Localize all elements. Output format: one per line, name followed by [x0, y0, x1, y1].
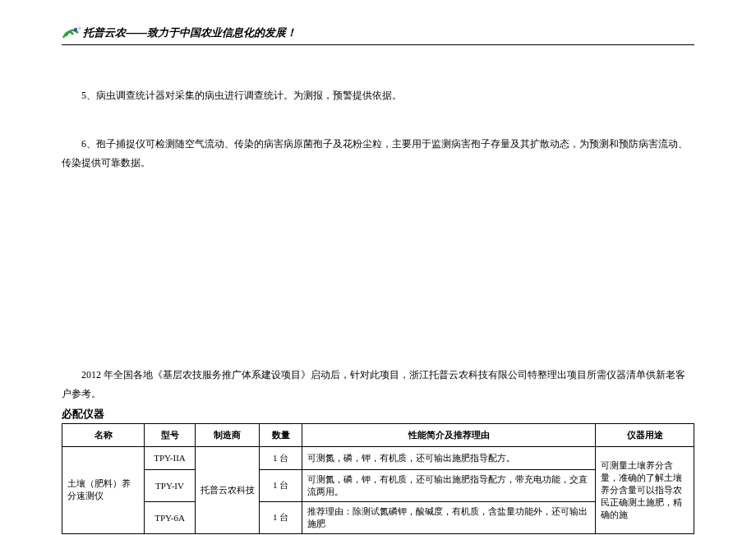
instrument-table: 名称 型号 制造商 数量 性能简介及推荐理由 仪器用途 土壤（肥料）养分速测仪 …: [62, 423, 694, 534]
svg-point-0: [74, 28, 77, 31]
cell-model: TPY-IV: [145, 469, 196, 501]
th-perf: 性能简介及推荐理由: [302, 423, 596, 446]
intro-paragraph: 2012 年全国各地《基层农技服务推广体系建设项目》启动后，针对此项目，浙江托普…: [62, 366, 694, 404]
th-qty: 数量: [260, 423, 302, 446]
cell-perf: 可测氮，磷，钾，有机质，还可输出施肥指导配方，带充电功能，交直流两用。: [302, 469, 596, 501]
cell-model: TPY-6A: [145, 501, 196, 533]
cell-perf: 可测氮，磷，钾，有机质，还可输出施肥指导配方。: [302, 446, 596, 469]
th-use: 仪器用途: [596, 423, 694, 446]
logo-icon: ®: [62, 25, 81, 41]
section-title: 必配仪器: [62, 407, 694, 422]
cell-model: TPY-IIA: [145, 446, 196, 469]
th-name: 名称: [62, 423, 145, 446]
table-header-row: 名称 型号 制造商 数量 性能简介及推荐理由 仪器用途: [62, 423, 694, 446]
cell-maker: 托普云农科技: [196, 446, 260, 533]
company-name: 托普云农: [83, 26, 126, 39]
table-row: 土壤（肥料）养分速测仪 TPY-IIA 托普云农科技 1 台 可测氮，磷，钾，有…: [62, 446, 694, 469]
th-maker: 制造商: [196, 423, 260, 446]
vertical-spacer: [62, 201, 694, 366]
svg-text:®: ®: [78, 26, 81, 30]
cell-perf: 推荐理由：除测试氮磷钾，酸碱度，有机质，含盐量功能外，还可输出施肥: [302, 501, 596, 533]
header-title: 托普云农——致力于中国农业信息化的发展！: [83, 25, 297, 40]
th-model: 型号: [145, 423, 196, 446]
header-slogan: 致力于中国农业信息化的发展！: [147, 26, 297, 39]
cell-use: 可测量土壤养分含量，准确的了解土壤养分含量可以指导农民正确测土施肥，精确的施: [596, 446, 694, 533]
page-header: ® 托普云农——致力于中国农业信息化的发展！: [62, 25, 694, 45]
cell-qty: 1 台: [260, 469, 302, 501]
cell-product-name: 土壤（肥料）养分速测仪: [62, 446, 145, 533]
paragraph-6: 6、孢子捕捉仪可检测随空气流动、传染的病害病原菌孢子及花粉尘粒，主要用于监测病害…: [62, 135, 694, 173]
cell-qty: 1 台: [260, 446, 302, 469]
header-separator: ——: [126, 26, 147, 39]
paragraph-5: 5、病虫调查统计器对采集的病虫进行调查统计。为测报，预警提供依据。: [62, 86, 694, 105]
cell-qty: 1 台: [260, 501, 302, 533]
